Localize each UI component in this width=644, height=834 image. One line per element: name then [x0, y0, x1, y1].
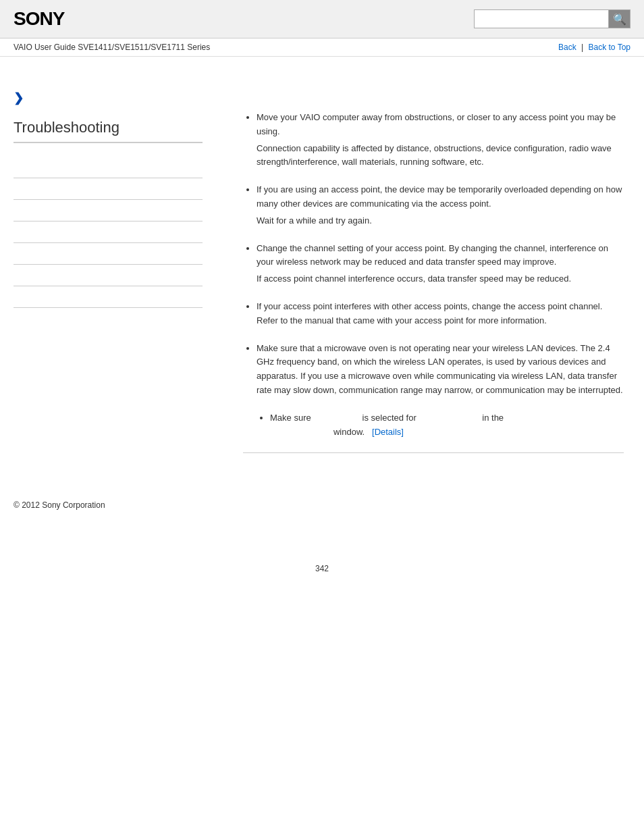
sidebar-chevron: ❯ [14, 90, 203, 105]
bullet-main-1: Move your VAIO computer away from obstru… [257, 112, 616, 136]
search-button[interactable]: 🔍 [609, 9, 630, 28]
footer: © 2012 Sony Corporation [0, 487, 644, 523]
last-bullet-suffix: in the [482, 413, 504, 423]
bullet-main-3: Change the channel setting of your acces… [257, 243, 608, 267]
list-item[interactable] [14, 221, 203, 243]
list-item: If your access point interferes with oth… [257, 300, 624, 328]
content-area: Move your VAIO computer away from obstru… [216, 57, 644, 487]
list-item: Change the channel setting of your acces… [257, 242, 624, 286]
bullet-main-4: If your access point interferes with oth… [257, 301, 602, 325]
search-icon: 🔍 [613, 13, 626, 26]
main-content: ❯ Troubleshooting Move your VAIO compute… [0, 57, 644, 487]
bullet-sub-3: If access point channel interference occ… [257, 272, 624, 286]
list-item[interactable] [14, 265, 203, 286]
content-list: Move your VAIO computer away from obstru… [243, 111, 624, 398]
header: SONY 🔍 [0, 0, 644, 38]
last-bullet-prefix: Make sure [270, 413, 311, 423]
last-bullet-second-line: window. [333, 427, 365, 437]
separator: | [581, 43, 583, 52]
page-number: 342 [0, 550, 644, 587]
bullet-sub-2: Wait for a while and try again. [257, 214, 624, 228]
copyright: © 2012 Sony Corporation [14, 500, 105, 510]
list-item: Move your VAIO computer away from obstru… [257, 111, 624, 170]
sidebar: ❯ Troubleshooting [0, 57, 216, 487]
nav-bar: VAIO User Guide SVE1411/SVE1511/SVE1711 … [0, 38, 644, 57]
bullet-main-2: If you are using an access point, the de… [257, 184, 622, 209]
last-bullet-item: Make sure is selected for in the window. [270, 411, 624, 440]
bullet-main-5: Make sure that a microwave oven is not o… [257, 343, 623, 395]
list-item[interactable] [14, 178, 203, 200]
back-link[interactable]: Back [558, 43, 576, 52]
list-item[interactable] [14, 157, 203, 178]
last-bullet-list: Make sure is selected for in the window. [257, 411, 624, 440]
search-input[interactable] [474, 9, 609, 28]
list-item[interactable] [14, 243, 203, 265]
nav-links: Back | Back to Top [558, 43, 630, 52]
details-link[interactable]: [Details] [372, 427, 404, 437]
last-bullet-middle: is selected for [363, 413, 417, 423]
sony-logo: SONY [14, 8, 64, 30]
back-to-top-link[interactable]: Back to Top [589, 43, 630, 52]
list-item: If you are using an access point, the de… [257, 183, 624, 228]
sidebar-links [14, 157, 203, 308]
content-divider [243, 452, 624, 453]
search-area: 🔍 [474, 9, 630, 28]
list-item: Make sure that a microwave oven is not o… [257, 342, 624, 398]
section-title: Troubleshooting [14, 119, 203, 143]
last-bullet-row: Make sure is selected for in the window. [243, 411, 624, 440]
list-item[interactable] [14, 286, 203, 308]
breadcrumb: VAIO User Guide SVE1411/SVE1511/SVE1711 … [14, 43, 210, 52]
bullet-sub-1: Connection capability is affected by dis… [257, 142, 624, 170]
list-item[interactable] [14, 200, 203, 221]
